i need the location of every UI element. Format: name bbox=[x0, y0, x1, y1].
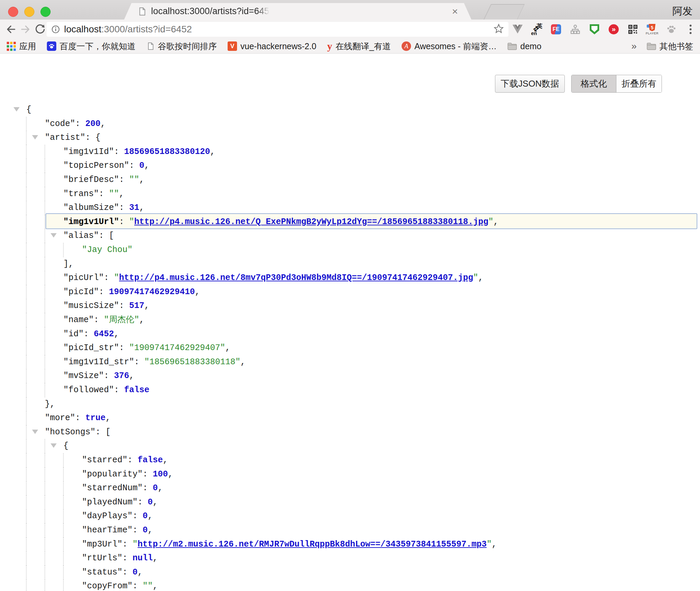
tab-close-icon[interactable]: × bbox=[452, 6, 458, 17]
json-line-text: }, bbox=[45, 398, 55, 410]
indent-guide bbox=[45, 439, 45, 453]
indent-guide bbox=[26, 257, 27, 271]
apps-shortcut[interactable]: 应用 bbox=[7, 41, 36, 52]
indent-guide bbox=[63, 481, 64, 495]
address-bar[interactable]: localhost:3000/artists?id=6452 bbox=[47, 22, 508, 37]
indent-guide bbox=[26, 397, 27, 411]
tampermonkey-icon[interactable] bbox=[589, 23, 600, 36]
indent-guide bbox=[45, 243, 45, 257]
json-line: "hearTime": 0, bbox=[0, 523, 700, 537]
fehelper-icon[interactable]: FE bbox=[550, 23, 562, 36]
json-line-text: "artist": { bbox=[45, 132, 100, 144]
indent-guide bbox=[26, 187, 27, 201]
bookmark-awesomes[interactable]: A Awesomes - 前端资… bbox=[402, 41, 497, 52]
bookmark-label: 在线翻译_有道 bbox=[336, 41, 391, 52]
bookmark-google-sort[interactable]: 谷歌按时间排序 bbox=[146, 41, 217, 52]
json-line: "img1v1Id": 18569651883380120, bbox=[0, 145, 700, 159]
json-line-text: "musicSize": 517, bbox=[63, 300, 149, 312]
json-line-text: "playedNum": 0, bbox=[82, 496, 158, 508]
indent-guide bbox=[63, 467, 64, 481]
json-line-text: "topicPerson": 0, bbox=[63, 160, 149, 172]
url-link[interactable]: http://p4.music.126.net/Q_ExePNkmgB2yWyL… bbox=[134, 217, 488, 227]
titlebar: localhost:3000/artists?id=645 × 阿发 bbox=[0, 0, 700, 20]
browser-menu-icon[interactable] bbox=[685, 23, 696, 36]
page-info-icon[interactable] bbox=[51, 25, 60, 34]
indent-guide bbox=[26, 117, 27, 131]
url-link[interactable]: http://m2.music.126.net/RMJR7wDullRqppBk… bbox=[138, 539, 487, 549]
profile-name[interactable]: 阿发 bbox=[672, 4, 693, 18]
collapse-triangle-icon[interactable] bbox=[32, 430, 38, 434]
bookmark-vue-hackernews[interactable]: V vue-hackernews-2.0 bbox=[228, 41, 316, 51]
collapse-triangle-icon[interactable] bbox=[51, 443, 57, 448]
json-line: "trans": "", bbox=[0, 187, 700, 201]
other-bookmarks-folder[interactable]: 其他书签 bbox=[647, 41, 693, 52]
collapse-triangle-icon[interactable] bbox=[13, 107, 20, 112]
json-line: "dayPlays": 0, bbox=[0, 509, 700, 523]
json-line-text: "code": 200, bbox=[45, 118, 106, 130]
vue-devtools-icon[interactable] bbox=[512, 23, 523, 36]
browser-tab[interactable]: localhost:3000/artists?id=645 × bbox=[124, 3, 471, 20]
collapse-triangle-icon[interactable] bbox=[51, 233, 57, 238]
bookmark-star-button[interactable] bbox=[494, 24, 504, 35]
fehelper-label: FE bbox=[551, 24, 561, 34]
json-line: "briefDesc": "", bbox=[0, 173, 700, 187]
sitemap-icon[interactable] bbox=[570, 23, 581, 36]
page-icon bbox=[146, 42, 154, 51]
json-line-text: "status": 0, bbox=[82, 566, 143, 578]
json-line: "mvSize": 376, bbox=[0, 369, 700, 383]
reload-icon bbox=[35, 24, 46, 35]
reload-button[interactable] bbox=[34, 23, 46, 35]
indent-guide bbox=[45, 481, 45, 495]
download-json-button[interactable]: 下载JSON数据 bbox=[495, 75, 565, 93]
indent-guide bbox=[26, 565, 27, 580]
page-content: 下载JSON数据 格式化 折叠所有 {"code": 200,"artist":… bbox=[0, 54, 700, 591]
collapse-all-button[interactable]: 折叠所有 bbox=[616, 75, 662, 92]
json-line-text: "id": 6452, bbox=[63, 328, 119, 340]
url-link[interactable]: http://p4.music.126.net/8mv7qP30Pd3oHW8b… bbox=[119, 273, 473, 283]
collapse-triangle-icon[interactable] bbox=[32, 135, 38, 139]
back-button[interactable] bbox=[5, 23, 17, 35]
json-line: "img1v1Id_str": "18569651883380118", bbox=[0, 355, 700, 369]
json-line: "copyFrom": "", bbox=[0, 579, 700, 591]
json-line: "playedNum": 0, bbox=[0, 495, 700, 509]
indent-guide bbox=[26, 201, 27, 215]
paw-icon[interactable] bbox=[666, 23, 677, 36]
bookmark-youdao[interactable]: y 在线翻译_有道 bbox=[327, 41, 391, 52]
format-button[interactable]: 格式化 bbox=[572, 75, 616, 92]
qrcode-icon[interactable] bbox=[627, 23, 639, 36]
json-line-text: { bbox=[63, 440, 68, 452]
other-bookmarks-label: 其他书签 bbox=[660, 41, 693, 52]
json-line-text: "img1v1Url": "http://p4.music.126.net/Q_… bbox=[63, 216, 498, 228]
forward-button[interactable] bbox=[20, 23, 32, 35]
indent-guide bbox=[63, 551, 64, 565]
indent-guide bbox=[26, 355, 27, 369]
json-line: "more": true, bbox=[0, 411, 700, 425]
json-line-text: "Jay Chou" bbox=[82, 244, 133, 256]
minimize-window-button[interactable] bbox=[24, 7, 34, 17]
vue-icon: V bbox=[228, 41, 237, 51]
indent-guide bbox=[45, 229, 45, 243]
json-line: "starred": false, bbox=[0, 453, 700, 467]
bookmarks-overflow-chevron[interactable]: » bbox=[631, 41, 637, 52]
video-speed-icon[interactable]: » bbox=[608, 23, 619, 36]
bookmark-folder-demo[interactable]: demo bbox=[507, 41, 542, 51]
indent-guide bbox=[45, 173, 45, 187]
fullscreen-window-button[interactable] bbox=[40, 7, 51, 17]
json-line-text: "starredNum": 0, bbox=[82, 482, 163, 494]
indent-guide bbox=[26, 453, 27, 467]
html5-five-glyph: 5 bbox=[649, 24, 655, 31]
close-window-button[interactable] bbox=[8, 7, 18, 17]
json-line-text: "starred": false, bbox=[82, 454, 168, 466]
indent-guide bbox=[45, 495, 45, 509]
translate-icon[interactable]: 英 en ⇄ bbox=[531, 23, 543, 36]
new-tab-button[interactable] bbox=[484, 4, 525, 20]
indent-guide bbox=[45, 285, 45, 299]
url-text: localhost:3000/artists?id=6452 bbox=[64, 24, 192, 35]
indent-guide bbox=[45, 313, 45, 327]
html5-player-icon[interactable]: 5 PLAYER bbox=[646, 23, 658, 36]
bookmark-baidu[interactable]: 百度一下，你就知道 bbox=[47, 41, 136, 52]
forward-arrow-icon bbox=[20, 24, 31, 35]
json-line: "starredNum": 0, bbox=[0, 481, 700, 495]
json-line: { bbox=[0, 103, 700, 117]
indent-guide bbox=[63, 523, 64, 537]
